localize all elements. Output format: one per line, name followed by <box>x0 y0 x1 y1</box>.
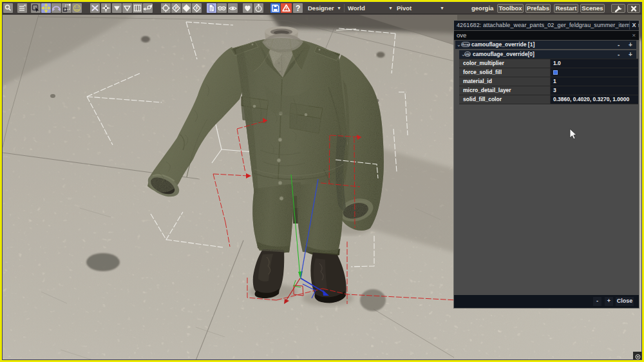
svg-text:P: P <box>175 6 178 10</box>
svg-text:s: s <box>24 3 26 7</box>
svg-text:F: F <box>196 6 198 10</box>
svg-text:?: ? <box>296 4 300 13</box>
